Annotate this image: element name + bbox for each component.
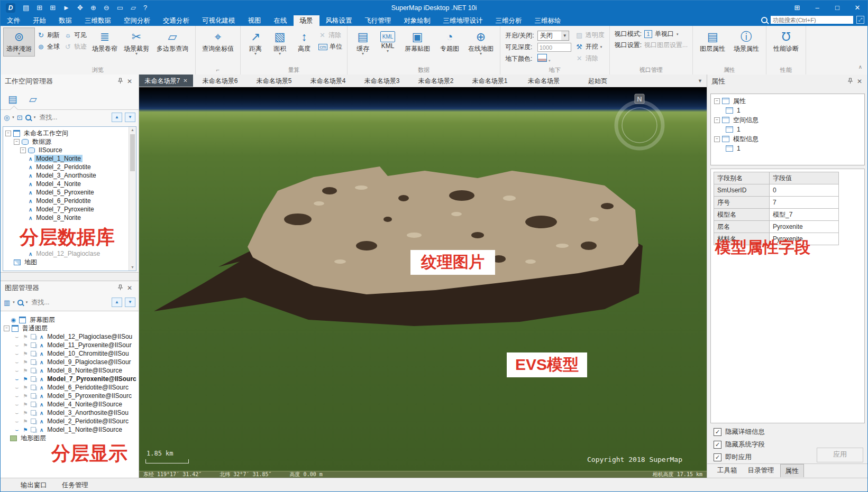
find-next-button[interactable]: ▼ <box>125 298 135 307</box>
eye-icon[interactable]: ⌣ <box>13 367 20 374</box>
find-prev-button[interactable]: ▲ <box>112 298 122 307</box>
editable-lock-icon[interactable] <box>31 427 36 432</box>
attribute-category-node[interactable]: − 空间信息 <box>714 115 864 125</box>
selectable-flag-icon[interactable]: ⚑ <box>22 376 29 382</box>
ribbon-tab[interactable]: 三维分析 <box>489 15 528 26</box>
scene-tab[interactable]: 未命名场景2 <box>409 75 463 87</box>
ribbon-tab[interactable]: 风格设置 <box>319 15 359 26</box>
eye-icon[interactable]: ⌣ <box>13 350 20 357</box>
scene-tab[interactable]: 未命名场景1 <box>463 75 517 87</box>
pin-icon[interactable] <box>845 78 855 86</box>
thematic-map-button[interactable]: ◔ 专题图 <box>435 27 464 53</box>
select-cursor-icon[interactable]: ► <box>63 4 70 12</box>
global-button[interactable]: ⊚ 全球 <box>37 42 60 51</box>
tree-node-model[interactable]: ∧ Model_4_Norite <box>5 180 136 188</box>
minimize-button[interactable]: – <box>807 1 827 15</box>
scroll-up-icon[interactable]: ▲ <box>129 127 136 133</box>
query-coordinate-button[interactable]: ⌖ 查询坐标值 <box>198 27 237 53</box>
eye-icon[interactable]: ⌣ <box>13 342 20 349</box>
hide-detail-checkbox[interactable]: ✓ 隐藏详细信息 <box>714 428 765 437</box>
scene-tab-active[interactable]: 未命名场景7 ✕ <box>139 75 193 87</box>
bottom-dock-tab[interactable]: 输出窗口 <box>21 481 47 490</box>
editable-lock-icon[interactable] <box>31 385 36 390</box>
layer-row[interactable]: ⌣ ⚑ ∧ Model_3_Anorthosite@IISou <box>4 409 139 417</box>
layer-search-icon[interactable] <box>17 300 23 305</box>
hide-system-fields-checkbox[interactable]: ✓ 隐藏系统字段 <box>714 440 765 449</box>
layer-row[interactable]: ⌣ ⚑ ∧ Model_9_Plagioclase@IISour <box>4 358 139 366</box>
import-icon[interactable]: ⊡ <box>17 114 23 122</box>
workspace-tree-view-icon[interactable]: ▤ <box>8 93 17 105</box>
editable-lock-icon[interactable] <box>31 368 36 373</box>
field-row[interactable]: 层名 Pyroxenite <box>714 221 839 233</box>
attribute-category-child[interactable]: 1 <box>714 144 864 153</box>
editable-lock-icon[interactable] <box>31 359 36 365</box>
tree-node-model-partial[interactable]: ∧ Model_12_Plagioclase <box>5 249 136 258</box>
find-next-button[interactable]: ▼ <box>125 113 135 122</box>
window-back-icon[interactable]: ⊞ <box>36 4 42 12</box>
apply-immediately-checkbox[interactable]: ✓ 即时应用 <box>714 453 752 462</box>
unit-button[interactable]: cm 单位 <box>318 42 342 51</box>
editable-lock-icon[interactable] <box>31 410 36 415</box>
ribbon-tab[interactable]: 三维数据 <box>78 15 117 26</box>
eye-filter-icon[interactable]: ◎ <box>4 114 10 122</box>
refresh-button[interactable]: ↻ 刷新 <box>37 31 60 40</box>
layer-row[interactable]: ⌣ ⚑ ∧ Model_5_Pyroxenite@IISourc <box>4 392 139 400</box>
editable-lock-icon[interactable] <box>31 376 36 382</box>
find-prev-button[interactable]: ▲ <box>112 113 122 122</box>
layer-properties-button[interactable]: ▤ 图层属性 <box>696 27 729 53</box>
performance-diagnose-button[interactable]: ℧ 性能诊断 <box>769 27 803 53</box>
scroll-thumb[interactable] <box>130 134 135 171</box>
ribbon-tab[interactable]: 交通分析 <box>157 15 196 26</box>
tree-node-model[interactable]: ∧ Model_5_Pyroxenite <box>5 188 136 197</box>
field-row[interactable]: 模型名 模型_7 <box>714 209 839 221</box>
layer-row[interactable]: ⌣ ⚑ ∧ Model_10_Chromitite@IISou <box>4 349 139 358</box>
area-button[interactable]: ▧ 面积▾ <box>268 27 292 57</box>
tree-node-iisource[interactable]: − IISource <box>5 146 136 154</box>
ribbon-tab[interactable]: 文件 <box>1 15 26 26</box>
checkbox-icon[interactable]: ✓ <box>714 441 721 449</box>
editable-lock-icon[interactable] <box>31 402 36 407</box>
tree-node-workspace-root[interactable]: − 未命名工作空间 <box>5 129 136 137</box>
workspace-search-input[interactable] <box>38 113 109 122</box>
polygon-query-button[interactable]: ▱ 多边形查询 <box>152 27 193 53</box>
zoom-rect-icon[interactable]: ▭ <box>117 4 123 12</box>
ribbon-tab[interactable]: 在线 <box>268 15 294 26</box>
scene-tab[interactable]: 未命名场景 <box>517 75 571 87</box>
collapse-ribbon-icon[interactable]: ∧ <box>858 64 862 70</box>
tree-node-model[interactable]: ∧ Model_6_Peridotite <box>5 197 136 205</box>
eye-icon[interactable]: ◉ <box>10 317 17 323</box>
attribute-category-child[interactable]: 1 <box>714 106 864 115</box>
tree-node-model[interactable]: ∧ Model_7_Pyroxenite <box>5 205 136 213</box>
layer-row[interactable]: ⌣ ⚑ ∧ Model_8_Norite@IISource <box>4 366 139 375</box>
kml-button[interactable]: KML KML▾ <box>376 27 400 54</box>
underground-color-picker[interactable]: ▾ <box>537 54 571 63</box>
selectable-flag-icon[interactable]: ⚑ <box>22 359 29 365</box>
scene-viewport-3d[interactable]: N 1.85 km Copyright 2018 SuperMap 纹理图片 E… <box>139 87 707 471</box>
checkbox-icon[interactable]: ✓ <box>714 428 721 436</box>
tree-node-datasources[interactable]: − 数据源 <box>5 137 136 146</box>
checkbox-icon[interactable]: ✓ <box>714 453 721 461</box>
visible-button[interactable]: ☼ 可见 <box>64 31 87 40</box>
cache-button[interactable]: ▤ 缓存▾ <box>350 27 376 57</box>
dig-button[interactable]: ⚒ 开挖▾ <box>575 42 605 51</box>
close-button[interactable]: ✕ <box>847 1 867 15</box>
layer-node-screen[interactable]: ◉ 屏幕图层 <box>4 315 139 324</box>
pin-icon[interactable] <box>115 78 125 86</box>
eye-icon[interactable]: ⌣ <box>13 401 20 408</box>
selectable-flag-icon[interactable]: ⚑ <box>22 368 29 374</box>
scroll-down-icon[interactable]: ▼ <box>129 264 136 271</box>
workspace-alt-view-icon[interactable]: ▱ <box>29 93 37 105</box>
workspace-scrollbar[interactable]: ▲ ▼ <box>129 127 136 271</box>
attribute-category-child[interactable]: 1 <box>714 125 864 134</box>
chevron-down-icon[interactable]: ▼ <box>561 31 569 40</box>
scene-curtain-button[interactable]: ≣ 场景卷帘 <box>89 27 121 53</box>
editable-lock-icon[interactable] <box>31 351 36 356</box>
layer-row[interactable]: ⌣ ⚑ ∧ Model_12_Plagioclase@IISou <box>4 332 139 341</box>
tree-node-model[interactable]: ∧ Model_2_Peridotite <box>5 163 136 171</box>
selectable-flag-icon[interactable]: ⚑ <box>22 393 29 399</box>
screen-overlay-button[interactable]: ▣ 屏幕贴图 <box>400 27 435 53</box>
window-forward-icon[interactable]: ⊞ <box>50 4 56 12</box>
height-button[interactable]: ↕ 高度 <box>292 27 316 53</box>
scene-tab[interactable]: 未命名场景3 <box>355 75 409 87</box>
selectable-flag-icon[interactable]: ⚑ <box>22 402 29 407</box>
